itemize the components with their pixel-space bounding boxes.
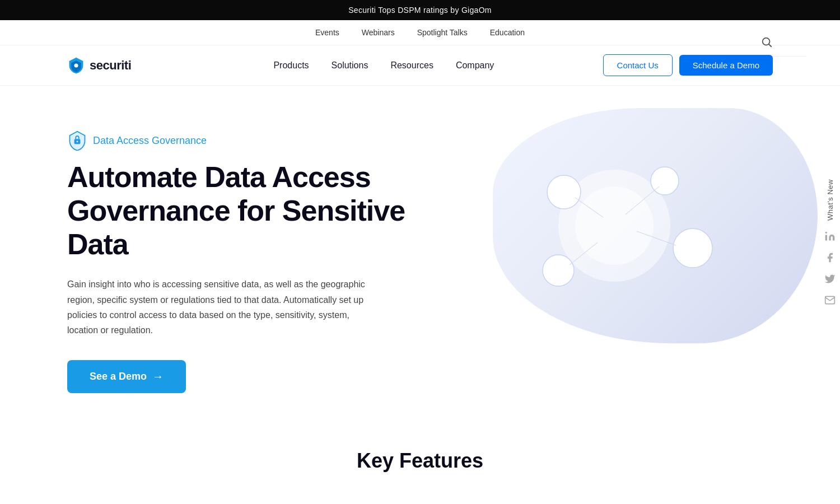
nav-company[interactable]: Company bbox=[456, 60, 494, 71]
demo-button-label: See a Demo bbox=[90, 371, 147, 382]
hero-content: Data Access Governance Automate Data Acc… bbox=[67, 119, 455, 393]
top-banner: Securiti Tops DSPM ratings by GigaOm bbox=[0, 0, 840, 20]
schedule-demo-button[interactable]: Schedule a Demo bbox=[679, 55, 773, 76]
svg-point-0 bbox=[763, 38, 770, 45]
contact-us-button[interactable]: Contact Us bbox=[603, 54, 673, 76]
svg-point-4 bbox=[77, 141, 78, 142]
logo[interactable]: securiti bbox=[67, 57, 131, 74]
whats-new-label: What's New bbox=[826, 179, 834, 221]
key-features-section: Key Features bbox=[0, 416, 840, 504]
hero-visual bbox=[455, 119, 773, 332]
svg-point-8 bbox=[651, 167, 679, 195]
svg-point-7 bbox=[547, 175, 581, 209]
nav-webinars[interactable]: Webinars bbox=[362, 28, 395, 37]
facebook-share-button[interactable] bbox=[820, 248, 840, 268]
hero-title: Automate Data Access Governance for Sens… bbox=[67, 161, 433, 261]
side-social-bar: What's New bbox=[820, 179, 840, 310]
svg-point-9 bbox=[673, 228, 712, 268]
svg-point-10 bbox=[543, 255, 574, 286]
svg-point-2 bbox=[74, 63, 78, 67]
hero-description: Gain insight into who is accessing sensi… bbox=[67, 277, 381, 338]
demo-arrow-icon: → bbox=[152, 370, 164, 383]
hero-badge: Data Access Governance bbox=[67, 130, 433, 151]
nav-solutions[interactable]: Solutions bbox=[332, 60, 368, 71]
svg-point-6 bbox=[575, 186, 654, 265]
nav-resources[interactable]: Resources bbox=[390, 60, 433, 71]
nav-spotlight[interactable]: Spotlight Talks bbox=[417, 28, 468, 37]
secondary-nav: Events Webinars Spotlight Talks Educatio… bbox=[0, 20, 840, 45]
main-nav-links: Products Solutions Resources Company bbox=[165, 60, 603, 71]
main-nav: securiti Products Solutions Resources Co… bbox=[0, 45, 840, 86]
logo-icon bbox=[67, 57, 85, 74]
nav-education[interactable]: Education bbox=[490, 28, 525, 37]
nav-events[interactable]: Events bbox=[315, 28, 339, 37]
badge-shield-icon bbox=[67, 130, 87, 151]
linkedin-share-button[interactable] bbox=[820, 226, 840, 246]
banner-text: Securiti Tops DSPM ratings by GigaOm bbox=[348, 6, 492, 15]
hero-illustration bbox=[474, 125, 754, 326]
see-demo-button[interactable]: See a Demo → bbox=[67, 360, 186, 393]
logo-text: securiti bbox=[90, 58, 131, 73]
badge-label: Data Access Governance bbox=[93, 135, 207, 147]
nav-products[interactable]: Products bbox=[273, 60, 309, 71]
nav-actions: Contact Us Schedule a Demo bbox=[603, 54, 773, 76]
svg-point-15 bbox=[825, 232, 827, 234]
hero-section: Data Access Governance Automate Data Acc… bbox=[0, 86, 840, 416]
twitter-share-button[interactable] bbox=[820, 269, 840, 289]
email-share-button[interactable] bbox=[820, 290, 840, 310]
key-features-title: Key Features bbox=[67, 449, 773, 473]
